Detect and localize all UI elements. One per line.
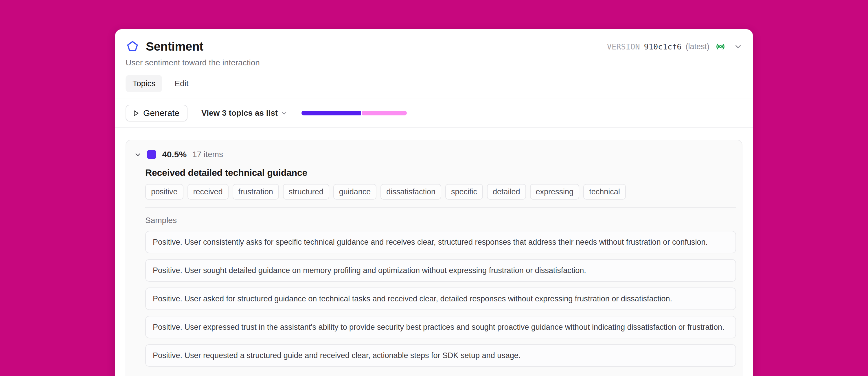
page-subtitle: User sentiment toward the interaction bbox=[126, 58, 742, 67]
tag-pill: positive bbox=[145, 184, 183, 199]
play-icon bbox=[132, 109, 140, 117]
version-latest-badge: (latest) bbox=[685, 42, 709, 51]
chevron-down-icon bbox=[281, 109, 288, 117]
topic-expander[interactable]: 40.5% 17 items bbox=[134, 150, 736, 159]
version-label: VERSION bbox=[607, 42, 640, 51]
generate-button[interactable]: Generate bbox=[126, 105, 187, 122]
topic-color-swatch bbox=[147, 150, 156, 159]
sample-item[interactable]: Positive. User consistently asks for spe… bbox=[145, 231, 736, 253]
topic-title: Received detailed technical guidance bbox=[145, 167, 736, 178]
sample-item[interactable]: Positive. User expressed trust in the as… bbox=[145, 316, 736, 338]
tag-pill: detailed bbox=[487, 184, 526, 199]
tab-topics[interactable]: Topics bbox=[126, 75, 162, 92]
tag-pill: technical bbox=[583, 184, 626, 199]
sample-item[interactable]: Positive. User asked for structured guid… bbox=[145, 287, 736, 310]
topic-card: 40.5% 17 items Received detailed technic… bbox=[126, 140, 742, 376]
view-topics-dropdown[interactable]: View 3 topics as list bbox=[202, 108, 288, 118]
tag-pill: dissatisfaction bbox=[380, 184, 441, 199]
tag-pill: guidance bbox=[333, 184, 377, 199]
sample-item[interactable]: Positive. User sought detailed guidance … bbox=[145, 259, 736, 282]
toolbar: Generate View 3 topics as list bbox=[115, 99, 753, 128]
generate-button-label: Generate bbox=[143, 108, 179, 118]
version-hash: 910c1cf6 bbox=[644, 42, 681, 51]
distribution-segment-pink bbox=[362, 111, 407, 116]
topic-distribution-bar bbox=[302, 111, 407, 116]
page-title: Sentiment bbox=[146, 40, 204, 54]
version-selector[interactable]: VERSION 910c1cf6 (latest) bbox=[607, 41, 742, 52]
tag-pill: received bbox=[187, 184, 228, 199]
topic-percent: 40.5% bbox=[162, 150, 187, 159]
distribution-segment-purple bbox=[302, 111, 361, 116]
topics-list: 40.5% 17 items Received detailed technic… bbox=[115, 128, 753, 376]
view-topics-dropdown-label: View 3 topics as list bbox=[202, 108, 278, 118]
topic-tags: positive received frustration structured… bbox=[145, 184, 736, 199]
broadcast-live-icon bbox=[715, 41, 726, 52]
tab-edit[interactable]: Edit bbox=[167, 75, 195, 92]
tag-pill: structured bbox=[283, 184, 329, 199]
sample-item[interactable]: Positive. User requested a structured gu… bbox=[145, 344, 736, 367]
tag-pill: expressing bbox=[530, 184, 580, 199]
panel-header: Sentiment VERSION 910c1cf6 (latest) bbox=[115, 29, 753, 99]
tag-pill: specific bbox=[445, 184, 483, 199]
topic-items-count: 17 items bbox=[192, 150, 223, 159]
topic-chevron-down-icon[interactable] bbox=[134, 150, 142, 158]
sentiment-panel: Sentiment VERSION 910c1cf6 (latest) bbox=[115, 29, 753, 376]
divider bbox=[145, 207, 736, 208]
tab-bar: Topics Edit bbox=[126, 75, 742, 92]
samples-label: Samples bbox=[145, 216, 736, 225]
version-chevron-down-icon[interactable] bbox=[734, 42, 742, 51]
pentagon-icon bbox=[126, 40, 140, 54]
tag-pill: frustration bbox=[232, 184, 279, 199]
